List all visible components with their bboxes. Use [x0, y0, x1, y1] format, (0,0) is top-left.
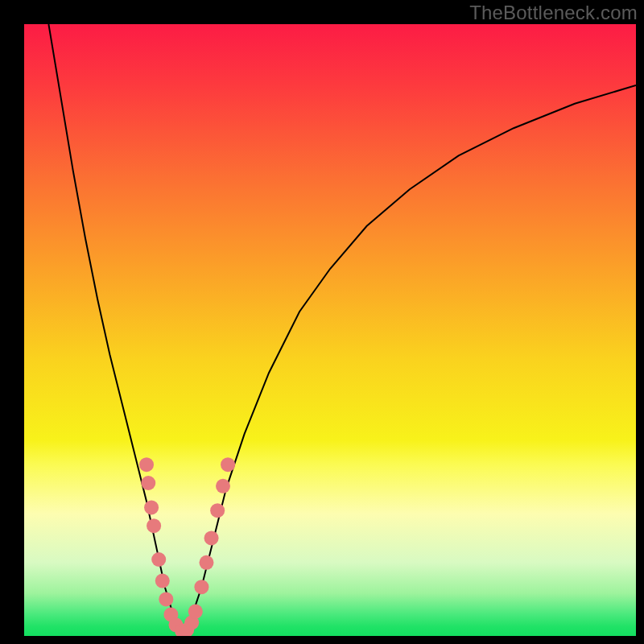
highlight-marker — [139, 457, 154, 472]
watermark-text: TheBottleneck.com — [469, 2, 638, 24]
highlight-marker — [141, 476, 155, 490]
highlight-marker — [159, 592, 173, 606]
highlight-marker — [188, 605, 203, 619]
highlight-markers — [139, 457, 235, 636]
highlight-marker — [216, 479, 230, 493]
highlight-marker — [204, 530, 219, 545]
highlight-marker — [194, 580, 208, 594]
highlight-marker — [151, 552, 166, 567]
highlight-marker — [144, 500, 159, 514]
highlight-marker — [155, 574, 170, 588]
plot-area — [24, 24, 636, 636]
highlight-marker — [147, 518, 161, 533]
highlight-marker — [221, 457, 235, 472]
curve-layer — [24, 24, 636, 636]
bottleneck-curve — [48, 24, 636, 633]
outer-frame: TheBottleneck.com — [0, 0, 644, 644]
highlight-marker — [210, 503, 225, 518]
highlight-marker — [199, 555, 213, 570]
